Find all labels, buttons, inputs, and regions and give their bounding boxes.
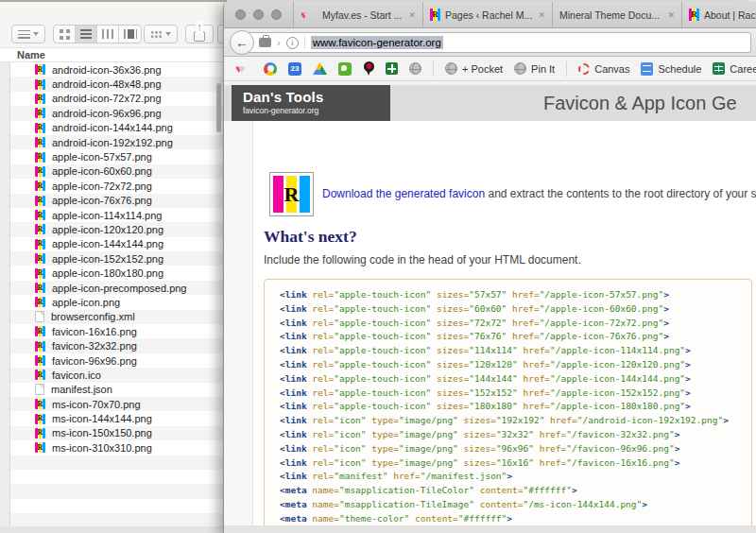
browser-tab[interactable]: ♥♥Myfav.es - Start ...✕ <box>293 2 422 27</box>
bookmark-item[interactable]: + Pocket <box>445 62 503 75</box>
tab-close-icon[interactable]: ✕ <box>408 10 416 20</box>
code-tag: > <box>507 471 512 481</box>
zoom-window-button[interactable] <box>271 9 282 20</box>
url-text-selected[interactable]: www.favicon-generator.org <box>311 36 443 49</box>
bookmark-item[interactable]: Career <box>713 62 756 75</box>
file-row[interactable]: Rapple-icon-120x120.png <box>10 222 223 236</box>
document-icon <box>35 384 44 395</box>
tab-close-icon[interactable]: ✕ <box>538 10 545 20</box>
code-block[interactable]: <link rel="apple-touch-icon" sizes="57x5… <box>264 279 752 529</box>
site-logo[interactable]: Dan's Tools favicon-generator.org <box>232 85 390 121</box>
file-row[interactable]: Rapple-icon-114x114.png <box>10 208 223 222</box>
bookmarks-separator <box>433 61 434 77</box>
browser-tab[interactable]: Mineral Theme Docu...✕ <box>552 2 681 27</box>
file-name: apple-icon-76x76.png <box>52 195 152 206</box>
file-row[interactable]: Rfavicon-32x32.png <box>10 338 223 352</box>
file-row[interactable]: Rms-icon-70x70.png <box>10 397 223 411</box>
file-list-scrollbar[interactable] <box>216 83 221 132</box>
file-row[interactable]: Rapple-icon-60x60.png <box>10 164 223 179</box>
code-attr-value: "apple-touch-icon" <box>334 387 431 398</box>
file-name: android-icon-48x48.png <box>52 78 162 90</box>
bookmark-item[interactable]: ♥♥ <box>235 63 252 75</box>
bookmark-item[interactable]: Schedule <box>641 62 701 76</box>
file-row[interactable]: Rms-icon-310x310.png <box>10 440 223 455</box>
file-row[interactable]: Rfavicon-16x16.png <box>10 324 223 338</box>
code-attr-name: href= <box>550 415 577 425</box>
file-row[interactable]: Randroid-icon-192x192.png <box>10 135 223 149</box>
code-attr-name: rel= <box>312 359 334 370</box>
bookmark-item[interactable] <box>363 61 374 76</box>
tabs: ♥♥Myfav.es - Start ...✕RPages ‹ Rachel M… <box>293 2 756 27</box>
favicon-file-icon: R <box>35 239 45 249</box>
favicon-file-icon: R <box>35 283 45 293</box>
file-row[interactable]: browserconfig.xml <box>10 310 223 324</box>
code-line: <link rel="apple-touch-icon" sizes="76x7… <box>280 330 751 344</box>
file-row[interactable]: Randroid-icon-96x96.png <box>10 106 223 120</box>
name-column-header[interactable]: Name <box>17 49 45 60</box>
file-name: favicon-16x16.png <box>52 326 137 337</box>
bookmark-item[interactable] <box>264 62 277 76</box>
code-tag: <link <box>280 345 307 355</box>
share-button[interactable] <box>185 25 214 43</box>
bookmark-item[interactable]: 23 <box>288 62 301 76</box>
file-row[interactable]: Rapple-icon-76x76.png <box>10 194 223 208</box>
bookmark-item[interactable] <box>386 62 398 75</box>
browser-tab[interactable]: RAbout | Rachel M....✕ <box>681 2 756 27</box>
browser-tab[interactable]: RPages ‹ Rachel M...✕ <box>422 2 552 27</box>
file-row[interactable]: Rfavicon-96x96.png <box>10 353 223 368</box>
download-favicon-link[interactable]: Download the generated favicon <box>322 187 485 200</box>
file-row[interactable]: Rfavicon.ico <box>10 368 223 382</box>
code-attr-value: "theme-color" <box>339 513 409 524</box>
site-identity-icon[interactable] <box>259 38 271 47</box>
column-header-row[interactable]: Name <box>0 47 223 62</box>
file-row[interactable]: Rapple-icon-144x144.png <box>10 237 223 251</box>
bookmark-item[interactable] <box>313 62 327 75</box>
icon-view-button[interactable] <box>54 26 76 43</box>
bookmark-item[interactable] <box>338 62 352 76</box>
url-field[interactable]: › i www.favicon-generator.org <box>247 32 751 53</box>
file-name: android-icon-192x192.png <box>52 137 173 148</box>
file-row[interactable]: Randroid-icon-144x144.png <box>10 121 223 135</box>
file-name: android-icon-144x144.png <box>52 122 173 133</box>
code-attr-value: "76x76" <box>469 331 507 341</box>
empty-row <box>10 499 223 513</box>
bookmark-item[interactable]: Pin It <box>514 62 555 75</box>
file-row[interactable]: Rapple-icon-57x57.png <box>10 149 223 163</box>
bookmark-item[interactable] <box>409 62 421 75</box>
file-name: android-icon-96x96.png <box>52 108 162 119</box>
empty-row <box>10 484 223 498</box>
close-window-button[interactable] <box>235 9 246 20</box>
file-row[interactable]: manifest.json <box>10 383 223 397</box>
file-row[interactable]: Randroid-icon-72x72.png <box>10 92 223 106</box>
file-row[interactable]: Rms-icon-144x144.png <box>10 411 223 425</box>
file-row[interactable]: Rapple-icon-precomposed.png <box>10 281 223 295</box>
group-sort-menu-button[interactable] <box>11 25 45 43</box>
column-view-button[interactable] <box>97 26 119 43</box>
file-row[interactable]: Rapple-icon-180x180.png <box>10 266 223 280</box>
file-row[interactable]: Rapple-icon-152x152.png <box>10 251 223 266</box>
file-row[interactable]: Rapple-icon.png <box>10 295 223 309</box>
file-row[interactable]: Randroid-icon-48x48.png <box>10 77 223 91</box>
bookmark-label: + Pocket <box>462 63 503 75</box>
arrange-menu-button[interactable] <box>144 25 178 43</box>
code-attr-name: type= <box>371 443 399 454</box>
tab-close-icon[interactable]: ✕ <box>667 10 675 20</box>
file-row[interactable]: Rms-icon-150x150.png <box>10 426 223 440</box>
list-view-button[interactable] <box>76 26 97 43</box>
minimize-window-button[interactable] <box>253 9 264 20</box>
globe-icon <box>445 62 457 75</box>
info-icon[interactable]: i <box>286 37 299 49</box>
share-icon <box>194 31 205 42</box>
back-button[interactable]: ← <box>230 30 254 55</box>
file-row[interactable]: Rapple-icon-72x72.png <box>10 179 223 193</box>
code-tag: > <box>675 457 680 468</box>
code-attr-value: "/manifest.json" <box>421 471 507 481</box>
file-row[interactable]: Randroid-icon-36x36.png <box>10 62 223 77</box>
bookmark-item[interactable]: Canvas <box>578 63 629 75</box>
code-tag: > <box>663 331 669 341</box>
file-name: apple-icon.png <box>52 297 120 308</box>
file-name: favicon-96x96.png <box>52 355 137 367</box>
coverflow-view-button[interactable] <box>119 26 141 43</box>
code-line: <link rel="apple-touch-icon" sizes="57x5… <box>280 288 751 302</box>
code-attr-name: sizes= <box>437 387 469 398</box>
